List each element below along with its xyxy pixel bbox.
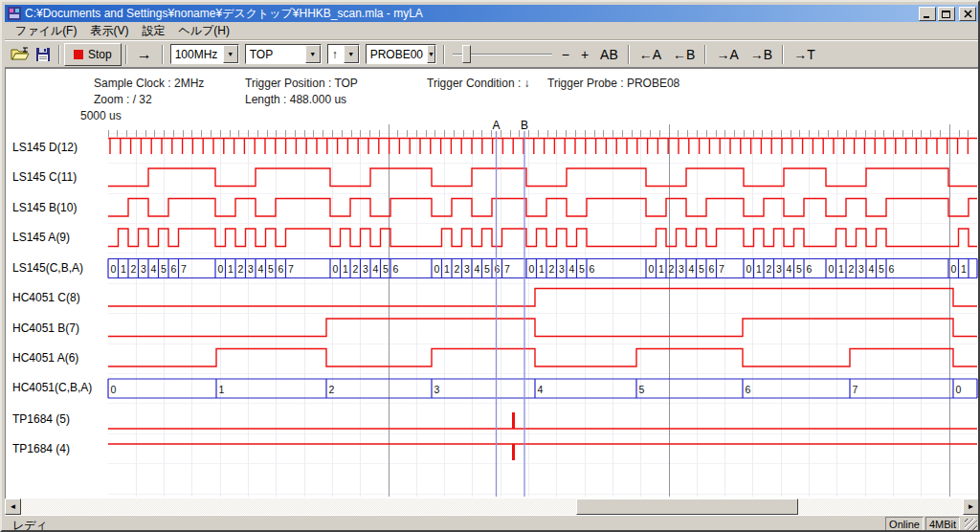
scroll-right-icon: ►: [968, 502, 975, 511]
menu-help[interactable]: ヘルプ(H): [171, 22, 236, 40]
bus-value: 3: [858, 263, 864, 275]
bus-value: 5: [699, 263, 704, 275]
app-icon: [8, 7, 21, 20]
main-panel: Sample Clock : 2MHz Trigger Position : T…: [5, 68, 979, 499]
zoom-slider[interactable]: [453, 44, 552, 65]
bus-value: 2: [238, 263, 244, 275]
menu-file[interactable]: ファイル(F): [9, 22, 83, 40]
stop-label: Stop: [88, 48, 112, 61]
floppy-disk-icon: [35, 47, 51, 62]
maximize-button[interactable]: [938, 7, 955, 21]
trigger-probe-value: PROBE00: [367, 45, 427, 63]
bus-value: 3: [363, 263, 368, 275]
dropdown-arrow-icon[interactable]: ▼: [223, 45, 238, 63]
zoom-slider-thumb[interactable]: [462, 45, 471, 63]
bus-value: 1: [228, 263, 234, 275]
toolbar-separator: [125, 45, 127, 64]
sample-clock-combo[interactable]: 100MHz ▼: [170, 44, 239, 64]
bus-value: 4: [538, 384, 544, 395]
titlebar[interactable]: C:¥Documents and Settings¥noname¥デスクトップ¥…: [5, 5, 979, 22]
bus-value: 6: [709, 263, 715, 275]
bus-value: 3: [559, 263, 565, 275]
cursor-A-label: A: [492, 119, 500, 132]
folder-open-icon: [11, 47, 30, 62]
bus-value: 4: [869, 263, 875, 275]
bus-value: 5: [268, 263, 274, 275]
save-file-button[interactable]: [32, 44, 55, 65]
waveform-HC4051 A(6): [108, 349, 977, 367]
bus-value: 5: [383, 263, 389, 275]
goto-trigger-button[interactable]: →T: [788, 45, 821, 64]
waveform-LS145 C(11): [108, 168, 977, 187]
bus-value: 6: [278, 263, 284, 275]
bus-value: 4: [689, 263, 695, 275]
zoom-out-button[interactable]: −: [556, 45, 575, 64]
bus-value: 7: [288, 263, 294, 275]
status-online-badge: Online: [885, 517, 924, 531]
goto-cursor-b-left-button[interactable]: ←B: [667, 45, 701, 64]
maximize-icon: [942, 10, 951, 18]
bus-value: 4: [787, 263, 792, 275]
dropdown-arrow-icon[interactable]: ▼: [305, 45, 321, 63]
statusbar: レディ Online 4MBit: [5, 515, 979, 531]
bus-value: 5: [579, 263, 585, 275]
scroll-left-icon: ◄: [10, 502, 17, 511]
bus-value: 2: [353, 263, 359, 275]
zoom-ab-button[interactable]: AB: [594, 45, 624, 64]
goto-cursor-a-left-button[interactable]: ←A: [634, 45, 667, 64]
stop-icon: [74, 50, 83, 59]
bus-value: 6: [495, 263, 501, 275]
waveform-LS145 B(10): [108, 199, 977, 217]
bus-value: 6: [807, 263, 813, 275]
scroll-left-button[interactable]: ◄: [5, 499, 21, 515]
bus-value: 5: [879, 263, 884, 275]
resize-grip[interactable]: [965, 519, 977, 530]
bus-value: 1: [444, 263, 450, 275]
trigger-probe-combo[interactable]: PROBE00 ▼: [366, 44, 436, 64]
bus-value: 5: [161, 263, 167, 275]
bus-value: 4: [569, 263, 575, 275]
bus-value: 3: [434, 384, 440, 395]
bus-value: 6: [171, 263, 177, 275]
bus-value: 0: [649, 263, 655, 275]
close-icon: [964, 10, 972, 18]
dropdown-arrow-icon[interactable]: ▼: [344, 45, 359, 63]
bus-value: 7: [504, 263, 510, 275]
bus-value: 1: [343, 263, 348, 275]
waveform-LS145 D(12): [108, 139, 977, 155]
trigger-position-combo[interactable]: TOP ▼: [245, 44, 322, 64]
bus-value: 2: [329, 384, 335, 395]
bus-value: 3: [679, 263, 684, 275]
toolbar-separator: [58, 45, 60, 64]
menu-settings[interactable]: 設定: [135, 22, 171, 40]
bus-value: 7: [853, 384, 858, 395]
scrollbar-thumb[interactable]: [576, 499, 798, 515]
goto-cursor-a-right-button[interactable]: →A: [710, 45, 744, 64]
toolbar-separator: [782, 45, 784, 64]
cursor-B-label: B: [521, 119, 528, 132]
close-button[interactable]: [959, 7, 976, 21]
bus-value: 3: [141, 263, 146, 275]
bus-value: 0: [956, 384, 962, 395]
menubar: ファイル(F) 表示(V) 設定 ヘルプ(H): [5, 22, 979, 40]
bus-value: 6: [590, 263, 595, 275]
bus-value: 1: [658, 263, 664, 275]
trigger-edge-combo[interactable]: ↑ ▼: [327, 44, 360, 64]
goto-cursor-b-right-button[interactable]: →B: [745, 45, 778, 64]
minimize-button[interactable]: [919, 7, 936, 21]
open-file-button[interactable]: [9, 44, 32, 65]
status-ready-text: レディ: [12, 518, 48, 532]
bus-value: 0: [333, 263, 339, 275]
dropdown-arrow-icon[interactable]: ▼: [427, 45, 435, 63]
run-button[interactable]: →: [131, 44, 158, 65]
bus-value: 2: [549, 263, 555, 275]
scroll-right-button[interactable]: ►: [963, 499, 979, 515]
bus-value: 0: [746, 263, 752, 275]
menu-view[interactable]: 表示(V): [83, 22, 135, 40]
bus-value: 4: [475, 263, 480, 275]
bus-value: 5: [484, 263, 490, 275]
stop-button[interactable]: Stop: [64, 43, 122, 66]
horizontal-scrollbar[interactable]: ◄ ►: [5, 499, 979, 515]
zoom-in-button[interactable]: +: [575, 45, 594, 64]
waveform-plot[interactable]: 0123456701234567012345601234567012345601…: [6, 69, 979, 499]
